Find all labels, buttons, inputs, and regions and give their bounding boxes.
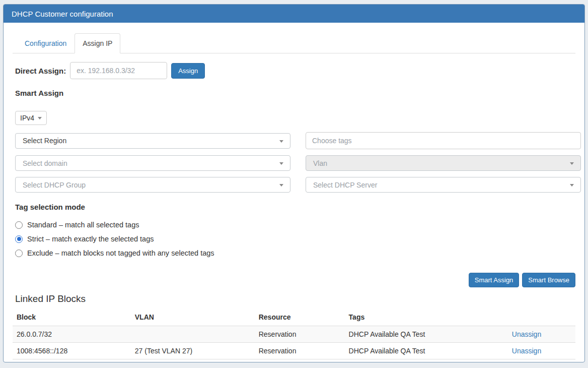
direct-assign-label: Direct Assign: bbox=[15, 67, 66, 75]
cell-resource: Reservation bbox=[255, 343, 345, 359]
vlan-select-value: Vlan bbox=[313, 159, 327, 167]
region-select-value: Select Region bbox=[23, 137, 66, 145]
direct-assign-row: Direct Assign: Assign bbox=[15, 62, 575, 79]
tag-mode-strict-label: Strict – match exactly the selected tags bbox=[27, 235, 154, 243]
panel-title: DHCP Customer configuration bbox=[4, 5, 584, 23]
caret-down-icon bbox=[279, 140, 283, 143]
column-header-action bbox=[508, 309, 575, 326]
dhcp-group-select[interactable]: Select DHCP Group bbox=[15, 177, 290, 193]
caret-down-icon bbox=[570, 162, 574, 165]
domain-select[interactable]: Select domain bbox=[15, 155, 290, 171]
table-row: 26.0.0.7/32 Reservation DHCP Available Q… bbox=[13, 326, 575, 343]
caret-down-icon bbox=[38, 117, 42, 119]
tags-input[interactable] bbox=[306, 132, 581, 149]
tag-mode-standard-radio[interactable]: Standard – match all selected tags bbox=[15, 221, 575, 229]
cell-block: 1008:4568::/128 bbox=[13, 343, 131, 359]
caret-down-icon bbox=[570, 184, 574, 187]
cell-tags: DHCP Available QA Test bbox=[345, 326, 508, 343]
dhcp-server-select-value: Select DHCP Server bbox=[313, 181, 377, 189]
cell-vlan: 27 (Test VLAN 27) bbox=[131, 343, 255, 359]
tag-selection-mode-heading: Tag selection mode bbox=[15, 203, 575, 211]
dhcp-customer-configuration-panel: DHCP Customer configuration Configuratio… bbox=[3, 4, 585, 362]
column-header-tags: Tags bbox=[345, 309, 508, 326]
cell-vlan bbox=[131, 326, 255, 343]
dhcp-server-select[interactable]: Select DHCP Server bbox=[306, 177, 581, 193]
ip-version-dropdown[interactable]: IPv4 bbox=[15, 111, 47, 125]
cell-tags: DHCP Available QA Test bbox=[345, 343, 508, 359]
ip-version-value: IPv4 bbox=[20, 114, 34, 122]
unassign-link[interactable]: Unassign bbox=[512, 330, 541, 338]
region-select[interactable]: Select Region bbox=[15, 133, 290, 149]
smart-assign-filters: Select Region Select domain Vlan Select … bbox=[15, 132, 575, 193]
smart-browse-button[interactable]: Smart Browse bbox=[522, 273, 575, 287]
radio-icon bbox=[15, 235, 23, 243]
direct-assign-input[interactable] bbox=[70, 62, 167, 79]
smart-assign-heading: Smart Assign bbox=[15, 89, 575, 97]
tab-bar: Configuration Assign IP bbox=[13, 33, 575, 53]
dhcp-group-select-value: Select DHCP Group bbox=[23, 181, 86, 189]
smart-actions: Smart Assign Smart Browse bbox=[13, 273, 575, 287]
tab-configuration[interactable]: Configuration bbox=[17, 33, 75, 53]
tag-mode-exclude-radio[interactable]: Exclude – match blocks not tagged with a… bbox=[15, 249, 575, 257]
tag-mode-radio-group: Standard – match all selected tags Stric… bbox=[15, 221, 575, 257]
caret-down-icon bbox=[279, 162, 283, 165]
cell-block: 26.0.0.7/32 bbox=[13, 326, 131, 343]
smart-assign-button[interactable]: Smart Assign bbox=[469, 273, 520, 287]
vlan-select: Vlan bbox=[306, 155, 581, 171]
assign-button[interactable]: Assign bbox=[171, 63, 205, 79]
tab-assign-ip[interactable]: Assign IP bbox=[75, 33, 120, 53]
radio-icon bbox=[15, 250, 23, 257]
domain-select-value: Select domain bbox=[23, 159, 67, 167]
column-header-resource: Resource bbox=[255, 309, 345, 326]
tag-mode-exclude-label: Exclude – match blocks not tagged with a… bbox=[27, 249, 214, 257]
column-header-block: Block bbox=[13, 309, 131, 326]
column-header-vlan: VLAN bbox=[131, 309, 255, 326]
radio-icon bbox=[15, 221, 23, 229]
panel-body: Configuration Assign IP Direct Assign: A… bbox=[4, 23, 584, 359]
tag-mode-standard-label: Standard – match all selected tags bbox=[27, 221, 139, 229]
linked-ip-blocks-table: Block VLAN Resource Tags 26.0.0.7/32 Res… bbox=[13, 309, 575, 359]
unassign-link[interactable]: Unassign bbox=[512, 347, 541, 355]
tag-mode-strict-radio[interactable]: Strict – match exactly the selected tags bbox=[15, 235, 575, 243]
cell-resource: Reservation bbox=[255, 326, 345, 343]
caret-down-icon bbox=[279, 184, 283, 187]
table-row: 1008:4568::/128 27 (Test VLAN 27) Reserv… bbox=[13, 343, 575, 359]
table-header-row: Block VLAN Resource Tags bbox=[13, 309, 575, 326]
linked-ip-blocks-heading: Linked IP Blocks bbox=[15, 293, 575, 304]
